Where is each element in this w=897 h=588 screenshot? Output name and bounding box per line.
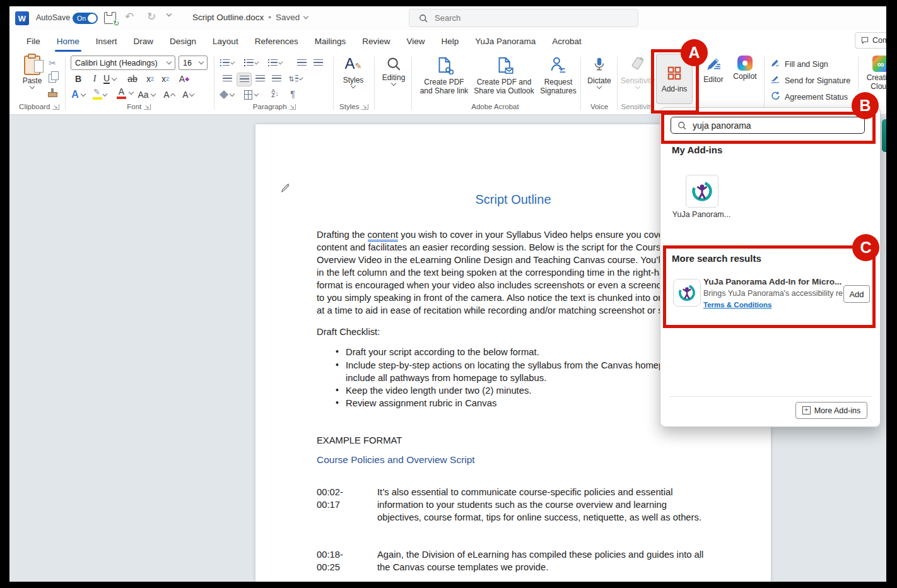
- quick-access-chevron-icon[interactable]: [167, 11, 172, 16]
- styles-button[interactable]: A✎ Styles: [338, 56, 368, 88]
- document-filename: Script Outline.docx: [192, 13, 264, 22]
- shading-button[interactable]: [220, 88, 234, 101]
- comments-button[interactable]: Com: [855, 32, 886, 49]
- plus-icon: +: [802, 406, 811, 415]
- checklist-label: Draft Checklist:: [317, 326, 380, 339]
- bold-button[interactable]: B: [71, 73, 85, 85]
- timestamp: 00:02-00:17: [317, 486, 357, 524]
- tab-yuja-panorama[interactable]: YuJa Panorama: [467, 32, 544, 50]
- underline-button[interactable]: U: [103, 73, 117, 85]
- font-color-button[interactable]: A: [117, 87, 133, 99]
- shrink-font-button[interactable]: A: [181, 88, 195, 101]
- show-formatting-button[interactable]: ¶: [286, 88, 300, 100]
- paragraph-line: Drafting the content you wish to cover i…: [317, 229, 691, 242]
- font-size-combo[interactable]: 16: [179, 56, 208, 70]
- tab-acrobat[interactable]: Acrobat: [544, 32, 590, 50]
- sort-button[interactable]: AZ↓: [268, 87, 282, 100]
- font-name-combo[interactable]: Calibri Light (Headings): [71, 56, 175, 70]
- signature-person-icon: [549, 56, 568, 76]
- save-icon[interactable]: ↻: [104, 12, 116, 24]
- paste-button[interactable]: Paste: [18, 56, 46, 88]
- script-text: Again, the Division of eLearning has com…: [377, 549, 708, 574]
- tab-home[interactable]: Home: [49, 32, 88, 50]
- autosave-toggle[interactable]: On: [73, 13, 98, 24]
- line-spacing-button[interactable]: ⇅: [288, 73, 302, 85]
- copilot-button[interactable]: Copilot: [730, 56, 760, 81]
- section-heading: Course Policies and Overview Script: [317, 454, 475, 466]
- creative-cloud-button[interactable]: ∞ Creative Cloud: [862, 56, 886, 91]
- tab-review[interactable]: Review: [354, 32, 398, 50]
- word-logo-icon[interactable]: W: [15, 11, 29, 25]
- change-case-button[interactable]: Aa: [137, 88, 156, 101]
- annotation-badge-b: B: [852, 92, 879, 119]
- yuja-addin-tile[interactable]: [686, 175, 718, 208]
- dialog-launcher-icon[interactable]: ↘: [361, 104, 368, 110]
- search-input[interactable]: [433, 13, 613, 23]
- checklist-item-continuation: include all pathways from homepage to sy…: [346, 372, 546, 385]
- request-signatures-button[interactable]: Request Signatures: [538, 56, 578, 95]
- dictate-button[interactable]: Dictate: [585, 56, 614, 88]
- tab-design[interactable]: Design: [161, 32, 204, 50]
- subscript-button[interactable]: x2: [143, 73, 157, 85]
- autosave-toggle-state: On: [77, 15, 86, 22]
- tab-draw[interactable]: Draw: [126, 32, 162, 50]
- fill-and-sign-button[interactable]: Fill and Sign: [770, 58, 828, 70]
- highlight-color-button[interactable]: [93, 88, 107, 101]
- tab-view[interactable]: View: [398, 32, 433, 50]
- format-painter-icon[interactable]: [45, 86, 59, 98]
- copilot-icon: [737, 56, 753, 71]
- align-center-button[interactable]: [237, 73, 252, 86]
- side-panel-tab[interactable]: [881, 119, 886, 153]
- superscript-button[interactable]: x2: [158, 73, 172, 85]
- borders-button[interactable]: [244, 88, 258, 101]
- dialog-launcher-icon[interactable]: ↘: [52, 104, 59, 110]
- text-effects-button[interactable]: A: [71, 88, 85, 101]
- tab-layout[interactable]: Layout: [204, 32, 247, 50]
- example-format-label: EXAMPLE FORMAT: [317, 435, 402, 447]
- undo-icon[interactable]: ↶: [125, 10, 134, 23]
- send-for-signature-button[interactable]: Send for Signature: [770, 74, 850, 86]
- redo-icon[interactable]: ↻: [147, 10, 156, 23]
- tab-mailings[interactable]: Mailings: [307, 32, 355, 50]
- dialog-launcher-icon[interactable]: ↘: [290, 104, 296, 110]
- align-right-button[interactable]: [253, 73, 267, 85]
- numbered-list-button[interactable]: [244, 57, 258, 69]
- dialog-launcher-icon[interactable]: ↘: [144, 104, 151, 110]
- tab-insert[interactable]: Insert: [88, 32, 126, 50]
- multilevel-list-button[interactable]: [268, 57, 282, 69]
- styles-group-label[interactable]: Styles↘: [335, 103, 373, 110]
- agreement-status-button[interactable]: Agreement Status: [770, 91, 848, 103]
- document-title[interactable]: Script Outline.docx • Saved: [192, 13, 308, 22]
- cut-icon[interactable]: ✂: [45, 57, 59, 69]
- tab-file[interactable]: File: [18, 32, 49, 50]
- fill-sign-pen-icon: [770, 58, 780, 70]
- create-pdf-outlook-button[interactable]: Create PDF and Share via Outlook: [474, 56, 534, 95]
- create-pdf-share-link-button[interactable]: Create PDF and Share link: [417, 56, 471, 95]
- italic-button[interactable]: I: [88, 73, 102, 85]
- clear-formatting-button[interactable]: A◆: [177, 73, 191, 85]
- bullet-list-button[interactable]: [220, 57, 234, 69]
- paragraph-line: to you simply speaking in front of the c…: [317, 292, 684, 305]
- tab-help[interactable]: Help: [433, 32, 467, 50]
- annotation-rect-c: [663, 245, 876, 328]
- toggle-knob: [88, 14, 97, 23]
- align-left-button[interactable]: [220, 73, 234, 85]
- clipboard-group-label[interactable]: Clipboard↘: [17, 103, 61, 110]
- paragraph-group-label[interactable]: Paragraph↘: [243, 103, 306, 110]
- checklist-item: Draft your script according to the below…: [346, 346, 539, 359]
- grow-font-button[interactable]: A: [162, 88, 176, 101]
- more-add-ins-button[interactable]: + More Add-ins: [795, 402, 867, 419]
- strikethrough-button[interactable]: ab: [126, 73, 139, 85]
- copy-icon[interactable]: [45, 72, 59, 85]
- sensitivity-badge-icon: [630, 56, 646, 75]
- paragraph-line: in the left column and the text being sp…: [317, 267, 687, 279]
- font-group-label[interactable]: Font↘: [110, 103, 167, 110]
- editing-button[interactable]: Editing: [378, 56, 409, 85]
- search-box[interactable]: [409, 9, 638, 27]
- justify-button[interactable]: [269, 73, 283, 85]
- tab-references[interactable]: References: [247, 32, 307, 50]
- increase-indent-button[interactable]: [311, 57, 325, 69]
- decrease-indent-button[interactable]: [295, 57, 308, 69]
- timestamp: 00:18-00:25: [317, 549, 357, 574]
- paragraph-line: format is encouraged when your video als…: [317, 279, 693, 292]
